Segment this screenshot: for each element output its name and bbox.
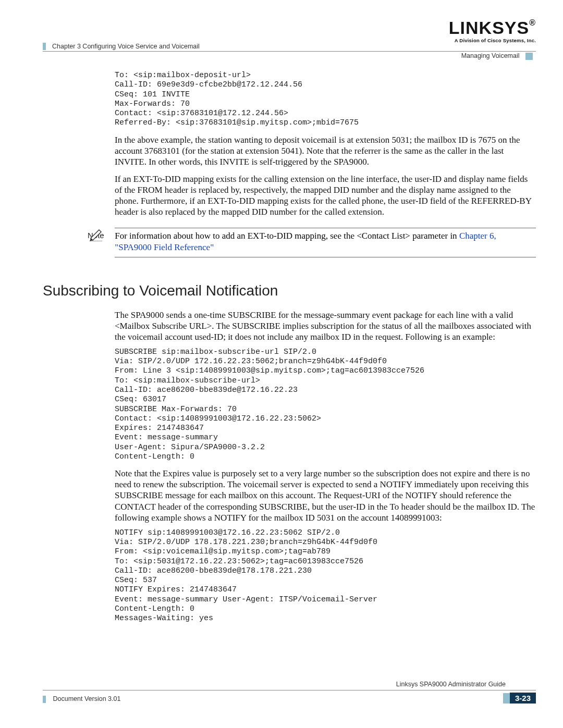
chapter-heading: Chapter 3 Configuring Voice Service and … <box>52 43 200 50</box>
page-number: 3-23 <box>510 693 536 704</box>
header-accent-icon <box>525 53 533 60</box>
section-title: Subscribing to Voicemail Notification <box>43 282 536 299</box>
page-footer: Linksys SPA9000 Administrator Guide Docu… <box>43 690 536 708</box>
code-block-sip-subscribe: SUBSCRIBE sip:mailbox-subscribe-url SIP/… <box>115 348 536 462</box>
header-accent-icon <box>43 43 46 50</box>
paragraph: The SPA9000 sends a one-time SUBSCRIBE f… <box>115 310 536 342</box>
brand-name: LINKSYS® <box>449 18 536 38</box>
section-heading: Managing Voicemail <box>461 52 533 60</box>
document-version: Document Version 3.01 <box>53 695 120 702</box>
brand-logo: LINKSYS® A Division of Cisco Systems, In… <box>449 19 536 43</box>
paragraph: If an EXT-To-DID mapping exists for the … <box>115 174 536 217</box>
page-number-block: 3-23 <box>503 693 536 704</box>
footer-accent-icon <box>43 696 46 703</box>
paragraph: Note that the Expires value is purposely… <box>115 468 536 523</box>
paragraph: In the above example, the station wantin… <box>115 134 536 167</box>
note-block: Note For information about how to add an… <box>88 228 536 257</box>
code-block-sip-invite: To: <sip:mailbox-deposit-url> Call-ID: 6… <box>115 71 536 128</box>
note-pencil-icon <box>88 226 105 243</box>
footer-guide-title: Linksys SPA9000 Administrator Guide <box>396 681 506 688</box>
note-text: For information about how to add an EXT-… <box>115 230 533 253</box>
code-block-sip-notify: NOTIFY sip:14089991003@172.16.22.23:5062… <box>115 528 536 624</box>
